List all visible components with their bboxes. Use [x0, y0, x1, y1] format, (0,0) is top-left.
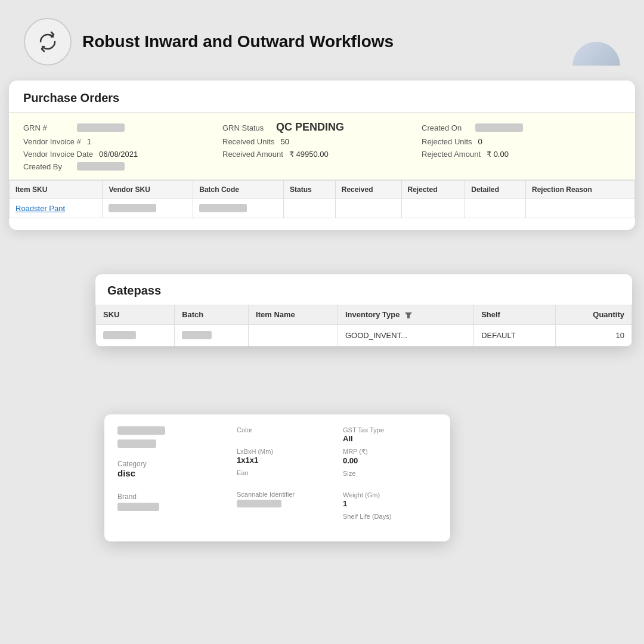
- main-card: Purchase Orders GRN # GRN Status QC PEND…: [9, 80, 635, 230]
- lbxh-value: 1x1x1: [237, 456, 331, 465]
- sync-icon: [36, 30, 60, 54]
- gst-label: GST Tax Type: [343, 426, 437, 434]
- header-area: Robust Inward and Outward Workflows: [24, 18, 620, 66]
- shelf-life-field: Shelf Life (Days): [343, 513, 437, 530]
- main-table-area: Item SKU Vendor SKU Batch Code Status Re…: [9, 180, 635, 218]
- grn-section: GRN # GRN Status QC PENDING Created On: [9, 113, 635, 180]
- cell-detailed: [465, 199, 526, 218]
- ean-value: [237, 477, 331, 486]
- mrp-field: MRP (₹) 0.00: [343, 448, 437, 465]
- brand-field: Brand: [117, 488, 225, 513]
- rejected-amount-label: Rejected Amount: [422, 150, 481, 159]
- cell-batch-code: [193, 199, 284, 218]
- cell-status: [284, 199, 336, 218]
- cell-rejected: [401, 199, 465, 218]
- vendor-invoice-label: Vendor Invoice #: [23, 137, 81, 146]
- gatepass-title: Gatepass: [95, 274, 632, 305]
- category-label: Category: [117, 460, 225, 468]
- grn-row-4: Created By: [23, 162, 621, 171]
- scannable-field: Scannable Identifier: [237, 491, 331, 507]
- header-icon-circle: [24, 18, 72, 66]
- created-by-label: Created By: [23, 162, 71, 171]
- col-item-sku: Item SKU: [10, 181, 103, 199]
- gp-col-inventory-type: Inventory Type: [338, 305, 473, 325]
- rejected-units-value: 0: [478, 137, 482, 146]
- shelf-life-value: [343, 521, 437, 530]
- size-field: Size: [343, 470, 437, 487]
- lbxh-label: LxBxH (Mm): [237, 448, 331, 455]
- grn-value: [77, 123, 125, 132]
- grn-status-label: GRN Status: [222, 123, 270, 132]
- gst-field: GST Tax Type All: [343, 426, 437, 443]
- batch-blurred: [117, 439, 156, 448]
- received-amount-label: Received Amount: [222, 150, 283, 159]
- color-label: Color: [237, 426, 331, 434]
- gatepass-table: SKU Batch Item Name Inventory Type Shelf…: [95, 305, 632, 346]
- weight-value: 1: [343, 499, 437, 508]
- lbxh-field: LxBxH (Mm) 1x1x1: [237, 448, 331, 465]
- color-field: Color: [237, 426, 331, 443]
- scannable-blurred: [237, 500, 281, 507]
- rejected-amount-value: ₹ 0.00: [487, 150, 509, 159]
- gatepass-overlay: Gatepass SKU Batch Item Name Inventory T…: [95, 274, 632, 346]
- gatepass-header-row: SKU Batch Item Name Inventory Type Shelf…: [96, 305, 632, 325]
- gp-col-shelf: Shelf: [474, 305, 555, 325]
- grn-label: GRN #: [23, 123, 71, 132]
- gp-cell-inventory-type: GOOD_INVENT...: [338, 324, 473, 346]
- card-title: Purchase Orders: [9, 80, 635, 113]
- sku-blurred: [117, 426, 165, 435]
- item-detail-col-3: GST Tax Type All MRP (₹) 0.00 Size Weigh…: [343, 426, 437, 530]
- gatepass-row: GOOD_INVENT... DEFAULT 10: [96, 324, 632, 346]
- created-on-label: Created On: [422, 123, 469, 132]
- mrp-value: 0.00: [343, 456, 437, 465]
- received-units-label: Received Units: [222, 137, 274, 146]
- rejected-units-field: Rejected Units 0: [422, 137, 621, 146]
- grn-status-field: GRN Status QC PENDING: [222, 121, 422, 134]
- ean-label: Ean: [237, 469, 331, 476]
- category-field: Category disc: [117, 460, 225, 478]
- gp-col-batch: Batch: [175, 305, 249, 325]
- grn-status-value: QC PENDING: [276, 121, 344, 134]
- col-received: Received: [335, 181, 401, 199]
- vendor-invoice-date-label: Vendor Invoice Date: [23, 150, 93, 159]
- svg-marker-0: [405, 312, 412, 318]
- category-value: disc: [117, 468, 225, 478]
- grn-row-2: Vendor Invoice # 1 Received Units 50 Rej…: [23, 137, 621, 146]
- item-detail-col-2: Color LxBxH (Mm) 1x1x1 Ean Scannable Ide…: [237, 426, 331, 530]
- main-table-header-row: Item SKU Vendor SKU Batch Code Status Re…: [10, 181, 635, 199]
- cell-received: [335, 199, 401, 218]
- received-units-value: 50: [280, 137, 289, 146]
- created-on-field: Created On: [422, 123, 621, 132]
- cell-item-sku[interactable]: Roadster Pant: [10, 199, 103, 218]
- created-on-value: [475, 123, 523, 132]
- col-status: Status: [284, 181, 336, 199]
- vendor-invoice-date-field: Vendor Invoice Date 06/08/2021: [23, 150, 222, 159]
- col-rejection-reason: Rejection Reason: [526, 181, 635, 199]
- gp-col-sku: SKU: [96, 305, 175, 325]
- page-title: Robust Inward and Outward Workflows: [82, 32, 562, 51]
- shelf-life-label: Shelf Life (Days): [343, 513, 437, 520]
- ean-field: Ean: [237, 469, 331, 486]
- item-sku-link[interactable]: Roadster Pant: [16, 204, 65, 213]
- cell-rejection-reason: [526, 199, 635, 218]
- gp-cell-sku: [96, 324, 175, 346]
- brand-label: Brand: [117, 493, 225, 501]
- table-row: Roadster Pant: [10, 199, 635, 218]
- received-amount-value: ₹ 49950.00: [289, 150, 329, 159]
- filter-icon[interactable]: [404, 311, 413, 320]
- weight-label: Weight (Gm): [343, 491, 437, 499]
- size-label: Size: [343, 470, 437, 477]
- grn-field: GRN #: [23, 123, 222, 132]
- size-value: [343, 478, 437, 487]
- header-decoration: [572, 42, 620, 66]
- gst-value: All: [343, 434, 437, 443]
- item-detail-grid: Category disc Brand Color LxBxH (Mm) 1x1…: [117, 426, 437, 530]
- gp-cell-item-name: [249, 324, 338, 346]
- vendor-invoice-value: 1: [87, 137, 91, 146]
- page-container: Robust Inward and Outward Workflows Purc…: [0, 0, 644, 644]
- col-rejected: Rejected: [401, 181, 465, 199]
- main-table: Item SKU Vendor SKU Batch Code Status Re…: [9, 180, 635, 218]
- gp-cell-batch: [175, 324, 249, 346]
- grn-row-3: Vendor Invoice Date 06/08/2021 Received …: [23, 150, 621, 159]
- col-detailed: Detailed: [465, 181, 526, 199]
